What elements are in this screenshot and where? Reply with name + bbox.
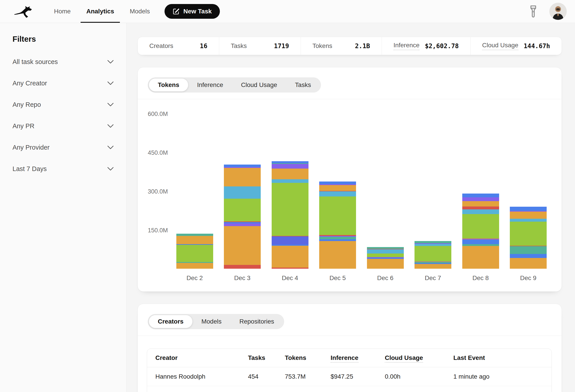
stacked-bar-dec-2 [176, 234, 213, 269]
bar-segment-cyan [462, 209, 499, 214]
col-tasks: Tasks [248, 354, 265, 361]
stat-tokens: Tokens 2.1B [301, 37, 382, 55]
col-tokens: Tokens [285, 354, 306, 361]
stacked-bar-dec-8 [462, 193, 499, 269]
stat-inference-label[interactable]: Inference [394, 42, 420, 50]
avatar-image [550, 3, 567, 20]
chevron-down-icon [107, 60, 114, 64]
bar-segment-cyan [272, 179, 309, 183]
flashlight-button[interactable] [528, 5, 538, 18]
stat-cloud-usage-label[interactable]: Cloud Usage [482, 42, 518, 50]
chevron-down-icon [107, 145, 114, 149]
x-axis-label: Dec 3 [218, 274, 267, 282]
table-body: Hannes Roodolph454753.7M$947.250.00h1 mi… [147, 367, 551, 392]
table-row[interactable]: Hannes Roodolph454753.7M$947.250.00h1 mi… [147, 367, 551, 386]
x-axis-label: Dec 7 [408, 274, 457, 282]
filter-item-any-provider[interactable]: Any Provider [13, 141, 114, 154]
x-axis-label: Dec 2 [170, 274, 219, 282]
nav-item-analytics[interactable]: Analytics [81, 0, 120, 23]
nav-item-models[interactable]: Models [124, 0, 156, 23]
stat-tokens-value: 2.1B [355, 42, 370, 50]
filter-label: Last 7 Days [13, 165, 47, 173]
bar-segment-blue [510, 254, 547, 258]
stacked-bar-dec-5 [319, 181, 356, 269]
kangaroo-logo-icon [14, 4, 35, 19]
breakdown-card-divider [138, 336, 562, 336]
bar-segment-blue [272, 161, 309, 163]
bar-segment-purple [462, 197, 499, 201]
new-task-button[interactable]: New Task [165, 4, 220, 19]
filter-item-all-task-sources[interactable]: All task sources [13, 55, 114, 68]
bar-segment-blue [510, 207, 547, 211]
bar-segment-orange [414, 264, 451, 269]
bar-segment-cyan [414, 244, 451, 246]
col-inference[interactable]: Inference [331, 354, 359, 361]
stacked-bar-dec-7 [414, 241, 451, 269]
bar-segment-green [462, 214, 499, 239]
bar-segment-orange [224, 226, 261, 265]
filter-list: All task sourcesAny CreatorAny RepoAny P… [13, 55, 114, 175]
bar-segment-green [367, 254, 404, 257]
bar-segment-purple [272, 164, 309, 169]
app-root: Home Analytics Models New Task [0, 0, 575, 392]
bar-segment-green [319, 196, 356, 235]
bar-segment-teal [462, 244, 499, 246]
stat-cloud-usage-value: 144.67h [524, 42, 550, 50]
bar-segment-orange [319, 185, 356, 191]
breakdown-tab-models[interactable]: Models [192, 315, 230, 328]
user-avatar[interactable] [550, 3, 567, 20]
x-axis-label: Dec 8 [456, 274, 505, 282]
bar-segment-red [462, 206, 499, 210]
x-axis-label: Dec 5 [313, 274, 362, 282]
breakdown-tab-repositories[interactable]: Repositories [230, 315, 283, 328]
flashlight-icon [528, 5, 538, 18]
col-creator: Creator [155, 354, 178, 361]
chevron-down-icon [107, 167, 114, 171]
y-axis-tick: 600.0M [138, 110, 168, 118]
breakdown-tabs-row: Creators Models Repositories [148, 314, 284, 329]
y-axis-tick: 150.0M [138, 226, 168, 234]
filter-item-any-pr[interactable]: Any PR [13, 119, 114, 133]
bar-segment-orange [272, 246, 309, 268]
bar-segment-teal [510, 246, 547, 254]
breakdown-tabs: Creators Models Repositories [148, 314, 284, 329]
bar-segment-blue [224, 165, 261, 167]
bar-segment-blue [462, 194, 499, 197]
table-row[interactable]: Rooviewer440544.3M$376.2875.23h3 minutes… [147, 386, 551, 392]
main-content: Creators 16 Tasks 1719 Tokens 2.1B Infer… [127, 23, 575, 392]
filter-item-any-repo[interactable]: Any Repo [13, 98, 114, 111]
y-axis-tick: 450.0M [138, 149, 168, 157]
bar-segment-green [176, 245, 213, 262]
creators-table: Creator Tasks Tokens Inference Cloud Usa… [147, 348, 552, 392]
filters-title: Filters [13, 35, 114, 44]
chevron-down-icon [107, 124, 114, 128]
page-shell: Filters All task sourcesAny CreatorAny R… [0, 23, 575, 392]
bar-segment-blue [462, 240, 499, 244]
bar-segment-red [272, 268, 309, 269]
table-header-row: Creator Tasks Tokens Inference Cloud Usa… [147, 349, 551, 367]
stat-inference-value: $2,602.78 [425, 42, 459, 50]
stats-summary-row: Creators 16 Tasks 1719 Tokens 2.1B Infer… [138, 37, 562, 55]
breakdown-tab-creators[interactable]: Creators [149, 315, 192, 328]
bar-segment-cyan [319, 191, 356, 196]
bar-segment-orange [176, 236, 213, 244]
filter-label: Any Creator [13, 80, 47, 87]
bar-segment-green [272, 183, 309, 236]
filter-item-any-creator[interactable]: Any Creator [13, 76, 114, 90]
cell-value: 0.00h [385, 373, 453, 380]
chevron-down-icon [107, 103, 114, 107]
chevron-down-icon [107, 81, 114, 85]
bar-segment-orange [176, 263, 213, 269]
new-task-label: New Task [183, 8, 212, 15]
col-cloud-usage[interactable]: Cloud Usage [385, 354, 423, 361]
nav-item-home[interactable]: Home [48, 0, 76, 23]
filter-item-last-7-days[interactable]: Last 7 Days [13, 162, 114, 175]
stat-creators: Creators 16 [138, 37, 219, 55]
x-axis-label: Dec 6 [361, 274, 410, 282]
bar-segment-blue [319, 239, 356, 241]
stacked-bar-dec-6 [367, 247, 404, 269]
top-nav: Home Analytics Models New Task [0, 0, 575, 23]
stat-inference: Inference $2,602.78 [382, 37, 470, 55]
cell-value: 454 [248, 373, 285, 380]
app-logo[interactable] [14, 0, 35, 23]
